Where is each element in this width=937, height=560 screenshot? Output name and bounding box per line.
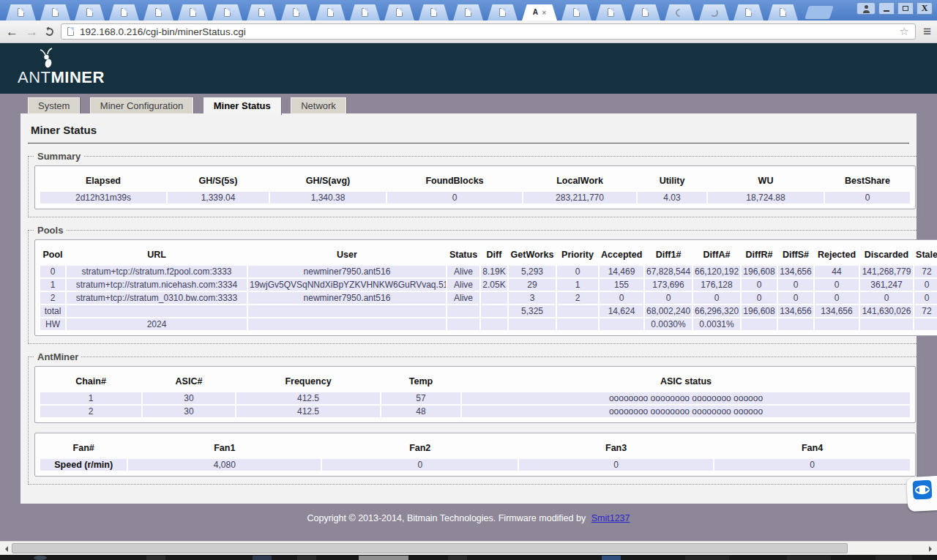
column-header: WU xyxy=(708,171,824,190)
table-row: 2d12h31m39s1,339.041,340.380283,211,7704… xyxy=(40,192,910,204)
tab-network[interactable]: Network xyxy=(291,97,346,114)
browser-tab[interactable] xyxy=(453,4,483,20)
browser-tab[interactable] xyxy=(316,4,346,20)
new-tab-button[interactable] xyxy=(805,6,834,19)
column-header: Priority xyxy=(557,245,598,264)
table-cell: 5,293 xyxy=(509,266,556,277)
browser-tab[interactable] xyxy=(281,4,311,20)
column-header: Fan3 xyxy=(519,438,713,458)
table-row: 1stratum+tcp://stratum.nicehash.com:3334… xyxy=(40,279,937,291)
table-cell: Alive xyxy=(447,266,479,277)
browser-tab[interactable] xyxy=(561,4,591,20)
browser-tab[interactable] xyxy=(699,4,729,20)
table-cell: stratum+tcp://stratum.f2pool.com:3333 xyxy=(67,266,247,277)
profile-button[interactable] xyxy=(856,2,876,15)
profile-icon xyxy=(865,5,868,9)
table-cell: stratum+tcp://stratum.nicehash.com:3334 xyxy=(67,279,247,291)
scrollbar-thumb[interactable] xyxy=(12,543,848,553)
browser-tab[interactable] xyxy=(6,4,36,20)
tab-favicon: A xyxy=(533,9,538,16)
browser-tab[interactable] xyxy=(212,4,242,20)
url-text[interactable]: 192.168.0.216/cgi-bin/minerStatus.cgi xyxy=(80,26,893,37)
table-cell: 5,325 xyxy=(509,305,556,317)
table-cell: 2d12h31m39s xyxy=(40,192,166,204)
browser-tab[interactable] xyxy=(630,4,660,20)
page-icon xyxy=(18,8,24,17)
horizontal-scrollbar[interactable] xyxy=(0,541,937,555)
table-cell: 29 xyxy=(509,279,556,291)
table-cell: 0 xyxy=(693,292,740,304)
close-window-button[interactable]: X xyxy=(917,2,933,15)
forward-button[interactable]: → xyxy=(26,26,38,38)
browser-tab[interactable] xyxy=(419,4,449,20)
table-cell xyxy=(447,318,479,330)
scroll-left-arrow[interactable] xyxy=(0,542,12,556)
fans-table: Fan#Fan1Fan2Fan3Fan4Speed (r/min)4,08000… xyxy=(34,433,916,477)
browser-tab[interactable] xyxy=(733,4,764,20)
table-cell: 283,211,770 xyxy=(523,192,636,204)
back-button[interactable]: ← xyxy=(6,26,18,38)
antminer-logo: ANTMINER xyxy=(18,51,105,87)
site-nav-tabs: System Miner Configuration Miner Status … xyxy=(0,94,937,113)
browser-tab[interactable] xyxy=(665,4,695,20)
tab-close-icon[interactable]: × xyxy=(542,9,546,16)
summary-legend: Summary xyxy=(34,151,83,162)
table-cell: 0 xyxy=(40,266,65,277)
teamviewer-widget[interactable] xyxy=(906,476,937,512)
site-header: ANTMINER xyxy=(0,43,937,94)
reload-button[interactable] xyxy=(44,26,54,37)
table-cell: 0.0030% xyxy=(645,318,692,330)
browser-tab[interactable] xyxy=(384,4,414,20)
browser-tab[interactable] xyxy=(488,4,518,20)
table-cell xyxy=(481,305,507,317)
table-cell xyxy=(600,318,643,330)
browser-tab[interactable] xyxy=(596,4,626,20)
page-icon xyxy=(573,8,580,17)
restore-button[interactable] xyxy=(897,2,914,15)
tab-miner-configuration[interactable]: Miner Configuration xyxy=(90,97,193,114)
browser-tab[interactable] xyxy=(75,4,105,20)
browser-tab-strip: A× xyxy=(0,0,937,20)
table-cell: Alive xyxy=(447,292,479,304)
table-cell: 0 xyxy=(714,459,910,471)
table-cell xyxy=(557,305,598,317)
browser-tab[interactable] xyxy=(143,4,173,20)
bookmark-star-icon[interactable]: ☆ xyxy=(899,26,908,37)
tab-miner-status[interactable]: Miner Status xyxy=(204,97,281,115)
page-icon xyxy=(190,8,196,17)
browser-tab[interactable] xyxy=(109,4,139,20)
table-cell xyxy=(481,318,507,330)
address-bar[interactable]: 192.168.0.216/cgi-bin/minerStatus.cgi ☆ xyxy=(61,23,916,40)
minimize-button[interactable] xyxy=(878,2,895,15)
table-cell: 134,656 xyxy=(778,266,813,277)
table-cell: 141,630,026 xyxy=(860,305,913,317)
browser-tab[interactable] xyxy=(247,4,277,20)
table-cell: 0 xyxy=(387,192,522,204)
browser-tab[interactable] xyxy=(768,4,798,20)
scroll-right-arrow[interactable] xyxy=(925,542,937,556)
browser-menu-button[interactable]: ≡ xyxy=(923,26,931,37)
column-header: BestShare xyxy=(825,171,910,190)
column-header: Fan1 xyxy=(128,438,321,458)
table-cell: 0 xyxy=(860,292,913,304)
page-icon xyxy=(362,8,368,17)
table-cell xyxy=(914,318,937,330)
page-icon xyxy=(396,8,403,17)
table-cell xyxy=(67,305,247,317)
table-cell: 1 xyxy=(40,279,65,291)
browser-tab[interactable] xyxy=(350,4,380,20)
antminer-legend: AntMiner xyxy=(34,351,81,362)
table-cell: Speed (r/min) xyxy=(40,459,127,471)
column-header: Stale xyxy=(914,245,937,264)
table-row: Speed (r/min)4,080000 xyxy=(40,459,910,471)
page-icon xyxy=(465,8,471,17)
table-row: 2stratum+tcp://stratum_0310.bw.com:3333n… xyxy=(40,292,937,304)
tab-system[interactable]: System xyxy=(28,97,80,114)
browser-tab[interactable] xyxy=(178,4,208,20)
browser-tab[interactable] xyxy=(40,4,70,20)
active-browser-tab[interactable]: A× xyxy=(522,4,557,20)
table-cell: 30 xyxy=(143,406,235,417)
table-cell: 30 xyxy=(143,392,235,404)
firmware-author-link[interactable]: Smit1237 xyxy=(591,513,630,523)
pools-section: Pools PoolURLUserStatusDiffGetWorksPrior… xyxy=(28,225,937,344)
